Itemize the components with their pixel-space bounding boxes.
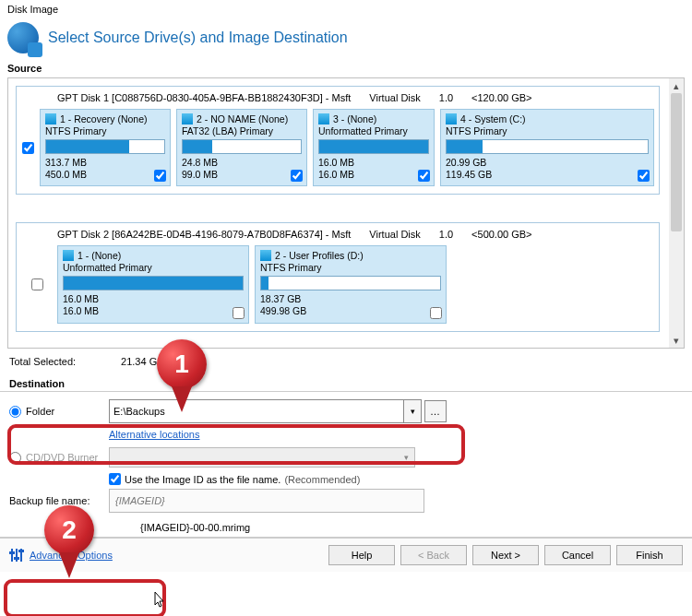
filename-preview: {IMAGEID}-00-00.mrimg — [140, 518, 683, 535]
scroll-up-icon[interactable]: ▴ — [669, 78, 684, 93]
partition[interactable]: 1 - Recovery (None)NTFS Primary313.7 MB4… — [40, 109, 171, 186]
cancel-button[interactable]: Cancel — [544, 545, 611, 565]
disk-header: GPT Disk 2 [86A242BE-0D4B-4196-8079-A7B0… — [17, 223, 659, 245]
partition-checkbox[interactable] — [233, 307, 245, 319]
partition-fs: FAT32 (LBA) Primary — [182, 125, 302, 136]
drive-icon — [446, 113, 457, 124]
partition-sizes: 24.8 MB99.0 MB — [182, 157, 302, 181]
partition-checkbox[interactable] — [638, 170, 650, 182]
recommended-label: (Recommended) — [284, 474, 360, 485]
partition[interactable]: 4 - System (C:)NTFS Primary20.99 GB119.4… — [440, 109, 654, 186]
partition-fs: Unformatted Primary — [318, 125, 429, 136]
scroll-thumb[interactable] — [671, 93, 682, 231]
partition-sizes: 20.99 GB119.45 GB — [446, 157, 649, 181]
partition-sizes: 16.0 MB16.0 MB — [318, 157, 429, 181]
destination-label: Destination — [0, 378, 692, 391]
partition-title: 2 - NO NAME (None) — [197, 113, 288, 124]
scroll-down-icon[interactable]: ▾ — [669, 333, 684, 348]
window-title: Disk Image — [0, 0, 692, 18]
partition-checkbox[interactable] — [154, 170, 166, 182]
folder-dropdown-icon[interactable]: ▾ — [404, 399, 422, 423]
partition[interactable]: 3 - (None)Unformatted Primary16.0 MB16.0… — [313, 109, 435, 186]
partition-fs: Unformatted Primary — [63, 262, 244, 273]
partition[interactable]: 1 - (None)Unformatted Primary16.0 MB16.0… — [57, 245, 249, 323]
page-heading: Select Source Drive(s) and Image Destina… — [48, 30, 348, 46]
cursor-icon — [149, 590, 168, 612]
drive-icon — [63, 250, 74, 261]
source-label: Source — [0, 61, 692, 76]
scrollbar[interactable]: ▴ ▾ — [669, 78, 684, 348]
partition-sizes: 18.37 GB499.98 GB — [260, 293, 441, 317]
disk-checkbox[interactable] — [31, 278, 43, 290]
partition[interactable]: 2 - NO NAME (None)FAT32 (LBA) Primary24.… — [176, 109, 307, 186]
total-selected-label: Total Selected: — [9, 356, 118, 367]
partition-fs: NTFS Primary — [446, 125, 649, 136]
cd-radio-label[interactable]: CD/DVD Burner — [9, 452, 109, 464]
folder-radio[interactable] — [9, 406, 21, 418]
disk-icon — [7, 22, 39, 53]
partition-fs: NTFS Primary — [45, 125, 165, 136]
use-imageid-label: Use the Image ID as the file name. — [125, 474, 280, 485]
use-imageid-checkbox[interactable] — [109, 473, 121, 485]
folder-radio-text: Folder — [26, 406, 54, 417]
partition-sizes: 313.7 MB450.0 MB — [45, 157, 165, 181]
partition-title: 3 - (None) — [333, 113, 376, 124]
sliders-icon — [9, 548, 24, 563]
partition-title: 2 - User Profiles (D:) — [275, 250, 364, 261]
partition[interactable]: 2 - User Profiles (D:)NTFS Primary18.37 … — [255, 245, 447, 323]
folder-path-input[interactable] — [109, 399, 404, 423]
backup-filename-input — [109, 489, 424, 513]
drive-icon — [260, 250, 271, 261]
disk-checkbox[interactable] — [22, 142, 34, 154]
disk: GPT Disk 2 [86A242BE-0D4B-4196-8079-A7B0… — [16, 222, 660, 331]
browse-button[interactable]: … — [424, 400, 447, 422]
next-button[interactable]: Next > — [472, 545, 539, 565]
help-button[interactable]: Help — [328, 545, 395, 565]
partition-fs: NTFS Primary — [260, 262, 441, 273]
drive-icon — [182, 113, 193, 124]
disk: GPT Disk 1 [C088756D-0830-405A-9BFA-BB18… — [16, 86, 660, 195]
back-button[interactable]: < Back — [400, 545, 467, 565]
cd-burner-select[interactable]: ▾ — [109, 447, 415, 468]
partition-checkbox[interactable] — [418, 170, 430, 182]
partition-checkbox[interactable] — [430, 307, 442, 319]
source-panel: GPT Disk 1 [C088756D-0830-405A-9BFA-BB18… — [7, 77, 685, 349]
finish-button[interactable]: Finish — [616, 545, 683, 565]
partition-title: 1 - (None) — [78, 250, 121, 261]
cd-radio-text: CD/DVD Burner — [26, 452, 98, 463]
annotation-box-2 — [4, 579, 166, 616]
alternative-locations-link[interactable]: Alternative locations — [109, 429, 199, 440]
total-selected-value: 21.34 GB — [121, 356, 163, 367]
folder-radio-label[interactable]: Folder — [9, 406, 109, 418]
backup-filename-label: Backup file name: — [9, 495, 109, 506]
advanced-options-link[interactable]: Advanced Options — [30, 550, 113, 561]
cd-radio[interactable] — [9, 452, 21, 464]
partition-title: 4 - System (C:) — [460, 113, 526, 124]
partition-sizes: 16.0 MB16.0 MB — [63, 293, 244, 317]
disk-header: GPT Disk 1 [C088756D-0830-405A-9BFA-BB18… — [17, 87, 659, 109]
drive-icon — [45, 113, 56, 124]
partition-title: 1 - Recovery (None) — [60, 113, 148, 124]
drive-icon — [318, 113, 329, 124]
partition-checkbox[interactable] — [291, 170, 303, 182]
